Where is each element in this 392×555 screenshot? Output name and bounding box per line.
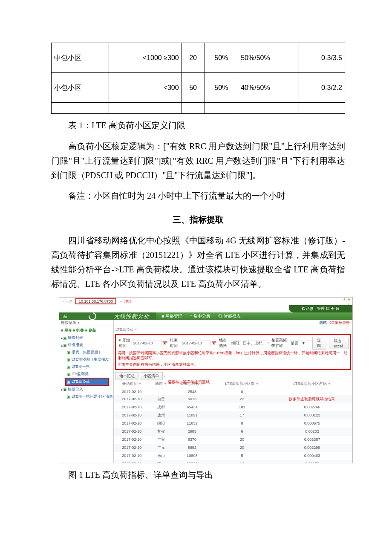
export-excel-button[interactable]: 导出excel: [329, 338, 349, 349]
grid-cell: 2017-02-10: [114, 388, 150, 395]
grid-header[interactable]: 开始时间▼: [114, 380, 150, 388]
sidebar-item-lte-highload[interactable]: ▣LTE高负荷: [65, 378, 109, 386]
filter-icon[interactable]: ▼: [164, 382, 167, 385]
forward-icon[interactable]: →: [65, 299, 69, 304]
file-icon: ▣: [67, 365, 71, 369]
folder-icon: ▣: [63, 387, 67, 392]
cell: 50%: [214, 54, 228, 61]
annotation-label: 指标与小区详单选示区域: [167, 380, 210, 384]
grid-cell: 65434: [172, 403, 212, 411]
announcement-link[interactable]: 2G单身公告: [329, 321, 350, 325]
grid-row[interactable]: 2017-02-10达州11891170.003122: [114, 411, 352, 419]
sidebar-toolbar[interactable]: ■ 展开 ■ 折叠 ■ 刷新: [61, 327, 113, 334]
tab-cell-list[interactable]: 小区清单: [140, 372, 163, 380]
browser-address-bar: ← → ⟳ 10.101.58.176:8700 → 地址 ✦ ★ ⋮: [59, 298, 352, 305]
grid-row[interactable]: 2017-02-10广安8370200.002387: [114, 436, 352, 444]
grid-cell: 2543: [172, 388, 212, 395]
sidebar-item[interactable]: ▣LTE潮汐潮（集团报发）: [61, 356, 113, 363]
sidebar-item-label: ITA监测类: [72, 371, 89, 377]
start-date-label: ▾ 开始时间: [119, 338, 130, 349]
category-select[interactable]: [289, 341, 312, 346]
query-button[interactable]: 查询: [312, 337, 326, 350]
sidebar-item[interactable]: ▴ ▣标准报表: [61, 341, 113, 349]
grid-row[interactable]: 2017-02-10绵阳1165280.000675: [114, 419, 352, 428]
sidebar-item-label: LTE高负荷: [72, 379, 90, 384]
menu-item[interactable]: ≡ 集中分析: [190, 313, 211, 319]
breadcrumb-label: LTE高负荷 ×: [115, 327, 137, 332]
embedded-screenshot: ← → ⟳ 10.101.58.176:8700 → 地址 ✦ ★ ⋮ 欢迎您：…: [59, 297, 353, 463]
grid-cell: 2017-02-10: [114, 460, 150, 463]
grid-row[interactable]: 2017-02-10自贡661322按条件选取后可以导出结果: [114, 395, 352, 403]
app-header: 品 无线性能分析 ■ 网络管理 ≡ 集中分析 ◎ 智能报表: [59, 312, 352, 320]
sidebar-item[interactable]: ▣LTE潮干扰: [61, 363, 113, 370]
annotation-arrow-icon: \: [164, 374, 164, 378]
end-date-label: 结束时间: [170, 338, 179, 349]
grid-cell: 0.002387: [272, 436, 352, 444]
grid-cell: 乐山: [150, 452, 172, 460]
grid-row[interactable]: 2017-02-10广元8692200.002299: [114, 444, 352, 452]
file-icon: ▣: [67, 380, 71, 384]
grid-row[interactable]: 2017-02-10成都654341810.002766: [114, 403, 352, 411]
sidebar-item[interactable]: ▣报表（集团报发）: [61, 349, 113, 356]
grid-cell: 10616: [172, 460, 212, 463]
paragraph: 备注：小区自忙时为 24 小时中上下行流量最大的一个小时: [51, 188, 345, 203]
grid-cell: 20: [212, 436, 272, 444]
sidebar-item[interactable]: ▸ ▣链接列表: [61, 334, 113, 341]
url-box[interactable]: 10.101.58.176:8700: [75, 298, 116, 304]
grid-row[interactable]: 2017-02-10乐山1080850.000463: [114, 452, 352, 460]
grid-cell: 11652: [172, 419, 212, 428]
grid-header[interactable]: LTE高负荷小区数▼: [212, 380, 272, 388]
back-icon[interactable]: ←: [61, 299, 65, 304]
calendar-icon[interactable]: 📅: [212, 341, 216, 345]
grid-cell: 绵阳: [150, 419, 172, 428]
grid-header-row: 开始时间▼ 地市▼ LTE小区数▼ LTE高负荷小区数▼ LTE高负荷小区占比▼: [114, 380, 352, 388]
grid-cell: 8692: [172, 444, 212, 452]
grid-cell: 19: [212, 460, 272, 463]
grid-cell: 2017-02-10: [114, 428, 150, 436]
grid-cell: 10808: [172, 452, 212, 460]
link-menu-label[interactable]: 链接菜单: [61, 321, 76, 325]
menu-item[interactable]: ■ 网络管理: [161, 313, 182, 319]
reload-icon[interactable]: ⟳: [69, 299, 74, 304]
tab-region-summary[interactable]: 地市汇总: [115, 372, 138, 380]
grid-header[interactable]: LTE高负荷小区占比▼: [272, 380, 352, 388]
result-grid: 开始时间▼ 地市▼ LTE小区数▼ LTE高负荷小区数▼ LTE高负荷小区占比▼…: [114, 380, 352, 463]
menu-item[interactable]: ◎ 智能报表: [218, 313, 241, 319]
grid-row[interactable]: 2017-02-10凉山10616190.00179: [114, 460, 352, 463]
filter-icon[interactable]: ▼: [256, 382, 259, 385]
area-select[interactable]: [230, 341, 270, 346]
grid-cell: 8370: [172, 436, 212, 444]
filter-icon[interactable]: ▼: [328, 382, 331, 385]
user-label[interactable]: 测试-: [319, 321, 329, 325]
sidebar-item[interactable]: ▸ ▣数据导入: [61, 386, 113, 393]
area-label: 地市选择: [219, 338, 228, 349]
star-icon[interactable]: ✦ ★ ⋮: [339, 297, 351, 306]
grid-cell: 0.002299: [272, 444, 352, 452]
filter-icon[interactable]: ▼: [138, 382, 141, 385]
grid-cell: 0.003122: [272, 411, 352, 419]
sidebar: ■ 展开 ■ 折叠 ■ 刷新 ▸ ▣链接列表 ▴ ▣标准报表 ▣报表（集团报发）…: [59, 326, 114, 463]
sidebar-item[interactable]: ▣ITA监测类: [61, 370, 113, 378]
table-caption: 表 1：LTE 高负荷小区定义门限: [51, 120, 345, 131]
query-note: 说明：按国际时间隔离小区无线资源带孩小区和忙时平均E-RAB流量（kB）进行计算…: [118, 351, 349, 361]
query-panel: ▾ 开始时间 📅 结束时间 📅 地市选择 是否高频带扩容 查询 导出excel …: [115, 334, 351, 370]
breadcrumb-tab[interactable]: LTE高负荷 ×: [114, 326, 352, 333]
grid-cell: 2017-02-10: [114, 411, 150, 419]
end-date-input[interactable]: [181, 341, 210, 346]
paragraph: 四川省移动网络优化中心按照《中国移动 4G 无线网扩容标准（修订版）-高负荷待扩…: [51, 233, 345, 291]
cell: 50%/50%: [241, 54, 270, 61]
sidebar-item-label: LTE潮干扰问题小区清单: [72, 394, 113, 399]
grid-row[interactable]: 2017-02-1025430: [114, 388, 352, 395]
grid-row[interactable]: 2017-02-10甘孜298560.00202: [114, 428, 352, 436]
grid-cell: 181: [212, 403, 272, 411]
grid-cell: 8: [212, 419, 272, 428]
sidebar-item[interactable]: ▣LTE潮干扰问题小区清单: [61, 393, 113, 400]
cell: <300: [164, 84, 179, 91]
grid-cell: 2017-02-10: [114, 419, 150, 428]
chevron-down-icon[interactable]: ▾: [78, 321, 80, 325]
grid-cell: 5: [212, 452, 272, 460]
start-date-input[interactable]: [132, 341, 161, 346]
main-menu: ■ 网络管理 ≡ 集中分析 ◎ 智能报表: [156, 312, 352, 320]
calendar-icon[interactable]: 📅: [163, 341, 167, 345]
sidebar-item-label: 链接列表: [68, 335, 83, 341]
